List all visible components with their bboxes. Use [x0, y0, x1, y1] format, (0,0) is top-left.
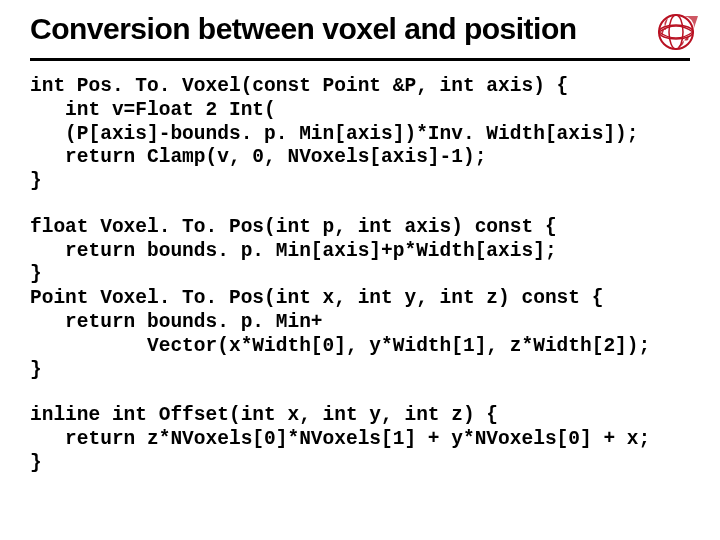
code-block-offset: inline int Offset(int x, int y, int z) {… — [30, 404, 690, 475]
globe-logo-icon — [654, 10, 698, 54]
divider — [30, 58, 690, 61]
slide-header: Conversion between voxel and position — [0, 0, 720, 52]
slide-title: Conversion between voxel and position — [30, 12, 690, 46]
code-block-postovoxel: int Pos. To. Voxel(const Point &P, int a… — [30, 75, 690, 194]
code-block-voxeltopos: float Voxel. To. Pos(int p, int axis) co… — [30, 216, 690, 382]
slide: Conversion between voxel and position in… — [0, 0, 720, 540]
svg-point-0 — [659, 15, 693, 49]
